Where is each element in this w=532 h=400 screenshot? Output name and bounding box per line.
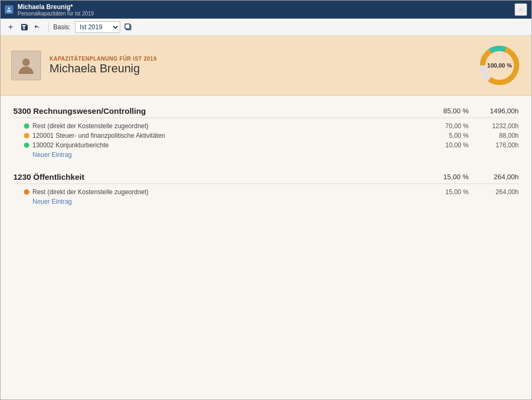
cost-item-5300-rest-percent: 70,00 % [437,122,469,130]
cost-item-5300-rest: Rest (direkt der Kostenstelle zugeordnet… [13,121,519,131]
avatar [11,51,41,80]
header-card: KAPAZITÄTENPLANUNG FÜR IST 2019 Michaela… [1,36,531,96]
undo-button[interactable] [32,21,44,33]
cost-item-1230-rest-percent: 15,00 % [437,188,469,196]
toolbar-separator [48,22,49,32]
content-area: 5300 Rechnungswesen/Controlling 85,00 % … [1,96,531,399]
cost-group-1230-hours: 264,00h [481,173,519,181]
header-subtitle: KAPAZITÄTENPLANUNG FÜR IST 2019 [49,56,156,62]
cost-group-1230-title: 1230 Öffentlichkeit [13,172,84,181]
cost-item-1230-rest-hours: 264,00h [481,188,519,196]
cost-group-1230-header: 1230 Öffentlichkeit 15,00 % 264,00h [13,172,519,184]
donut-label: 100,00 % [487,62,512,69]
cost-group-5300-title: 5300 Rechnungswesen/Controlling [13,106,146,115]
dot-green-icon [24,123,29,129]
cost-group-5300: 5300 Rechnungswesen/Controlling 85,00 % … [13,106,519,160]
svg-rect-2 [7,10,11,12]
titlebar: Michaela Breunig* Personalkapazitäten fü… [1,1,531,19]
svg-point-5 [22,59,30,66]
add-button[interactable]: + [5,21,16,33]
cost-item-1230-rest: Rest (direkt der Kostenstelle zugeordnet… [13,187,519,197]
save-button[interactable] [19,21,30,33]
new-entry-5300-link[interactable]: Neuer Eintrag [13,150,519,160]
basis-select[interactable]: Ist 2019 Plan 2019 Plan 2020 [75,21,120,33]
dot-green2-icon [24,143,29,148]
cost-item-5300-rest-hours: 1232,00h [481,122,519,130]
toolbar: + Basis: Ist 2019 Plan 2019 Plan 2020 [1,19,531,36]
cost-item-120001-hours: 88,00h [481,132,519,139]
header-name: Michaela Breunig [49,62,156,76]
dot-yellow-icon [24,133,29,138]
cost-group-1230-values: 15,00 % 264,00h [437,173,519,181]
titlebar-left: Michaela Breunig* Personalkapazitäten fü… [5,3,94,16]
window-subtitle: Personalkapazitäten für Ist 2019 [18,11,94,16]
svg-point-1 [8,7,10,10]
cost-group-5300-hours: 1496,00h [481,107,519,115]
header-left: KAPAZITÄTENPLANUNG FÜR IST 2019 Michaela… [11,51,156,80]
cost-group-5300-values: 85,00 % 1496,00h [437,107,519,115]
cost-item-120001-percent: 5,00 % [437,132,469,139]
cost-item-5300-rest-name: Rest (direkt der Kostenstelle zugeordnet… [32,122,148,130]
cost-group-1230-percent: 15,00 % [437,173,469,181]
app-icon [5,5,13,14]
cost-item-120001-name: 120001 Steuer- und finanzpolitische Akti… [32,132,165,139]
cost-group-5300-header: 5300 Rechnungswesen/Controlling 85,00 % … [13,106,519,118]
svg-rect-4 [125,24,130,29]
cost-item-130002: 130002 Konjunkturberichte 10,00 % 176,00… [13,140,519,150]
basis-label: Basis: [53,23,71,31]
close-button[interactable]: × [514,3,527,16]
titlebar-text: Michaela Breunig* Personalkapazitäten fü… [18,3,94,16]
new-entry-1230-link[interactable]: Neuer Eintrag [13,197,519,206]
cost-item-120001: 120001 Steuer- und finanzpolitische Akti… [13,131,519,140]
main-content: KAPAZITÄTENPLANUNG FÜR IST 2019 Michaela… [1,36,531,399]
cost-item-130002-percent: 10,00 % [437,141,469,149]
cost-group-1230: 1230 Öffentlichkeit 15,00 % 264,00h Rest… [13,172,519,206]
cost-item-1230-rest-name: Rest (direkt der Kostenstelle zugeordnet… [32,188,148,196]
cost-item-130002-name: 130002 Konjunkturberichte [32,141,109,149]
copy-button[interactable] [122,21,134,33]
cost-group-5300-percent: 85,00 % [437,107,469,115]
window-title: Michaela Breunig* [18,3,94,11]
main-window: Michaela Breunig* Personalkapazitäten fü… [0,0,532,400]
cost-item-130002-hours: 176,00h [481,141,519,149]
header-info: KAPAZITÄTENPLANUNG FÜR IST 2019 Michaela… [49,56,156,76]
dot-orange-icon [24,189,29,195]
donut-chart: 100,00 % [478,44,521,87]
